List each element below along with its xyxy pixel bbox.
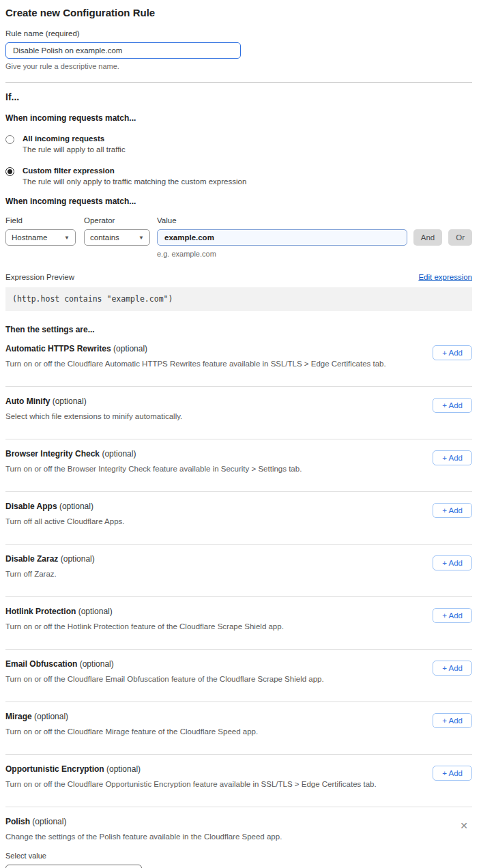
page-title: Create new Configuration Rule	[5, 7, 472, 18]
section-divider	[5, 82, 472, 83]
rule-name-input[interactable]	[5, 42, 241, 59]
setting-description: Turn on or off the Cloudflare Automatic …	[5, 360, 386, 368]
then-settings-heading: Then the settings are...	[5, 325, 472, 334]
setting-row: Disable Zaraz (optional) Turn off Zaraz.…	[5, 545, 472, 597]
setting-optional-tag: (optional)	[59, 502, 93, 511]
or-button[interactable]: Or	[448, 229, 472, 246]
setting-optional-tag: (optional)	[113, 344, 147, 353]
setting-optional-tag: (optional)	[106, 764, 141, 774]
setting-description: Change the settings of the Polish featur…	[5, 833, 282, 841]
add-button[interactable]: + Add	[433, 608, 472, 623]
setting-name: Opportunistic Encryption	[5, 764, 104, 774]
setting-value-select[interactable]: Off ▼	[5, 865, 142, 868]
rule-name-helper: Give your rule a descriptive name.	[5, 62, 472, 70]
setting-row: Hotlink Protection (optional) Turn on or…	[5, 597, 472, 650]
operator-select-value: contains	[90, 233, 119, 242]
expression-builder-row: Field Hostname ▼ Operator contains ▼ Val…	[5, 216, 472, 258]
chevron-down-icon: ▼	[64, 235, 70, 241]
expression-builder-heading: When incoming requests match...	[5, 197, 472, 206]
value-label: Value	[157, 216, 407, 225]
setting-row: Email Obfuscation (optional) Turn on or …	[5, 650, 472, 702]
and-button[interactable]: And	[413, 229, 442, 246]
close-icon[interactable]: ✕	[460, 821, 468, 830]
radio-button-icon[interactable]	[5, 167, 14, 176]
setting-description: Turn off all active Cloudflare Apps.	[5, 517, 125, 525]
setting-name: Hotlink Protection	[5, 607, 76, 616]
setting-optional-tag: (optional)	[80, 659, 114, 669]
setting-row: Polish (optional) Change the settings of…	[5, 807, 472, 868]
setting-description: Select which file extensions to minify a…	[5, 412, 182, 420]
value-input[interactable]	[157, 229, 407, 246]
setting-name: Disable Zaraz	[5, 554, 58, 564]
expression-preview-code: (http.host contains "example.com")	[5, 287, 472, 311]
add-button[interactable]: + Add	[433, 713, 472, 728]
field-select[interactable]: Hostname ▼	[5, 229, 76, 246]
setting-name: Browser Integrity Check	[5, 449, 100, 459]
setting-optional-tag: (optional)	[53, 396, 87, 406]
field-select-value: Hostname	[12, 233, 47, 242]
setting-description: Turn on or off the Cloudflare Opportunis…	[5, 780, 377, 788]
add-button[interactable]: + Add	[433, 766, 472, 781]
setting-description: Turn off Zaraz.	[5, 570, 95, 578]
edit-expression-link[interactable]: Edit expression	[418, 273, 472, 281]
setting-name: Polish	[5, 817, 30, 826]
add-button[interactable]: + Add	[433, 345, 472, 360]
setting-name: Mirage	[5, 712, 32, 721]
setting-optional-tag: (optional)	[32, 817, 66, 826]
radio-label: Custom filter expression	[23, 167, 246, 175]
setting-row: Browser Integrity Check (optional) Turn …	[5, 439, 472, 492]
setting-description: Turn on or off the Cloudflare Email Obfu…	[5, 675, 324, 683]
setting-optional-tag: (optional)	[78, 607, 113, 616]
setting-name: Auto Minify	[5, 396, 50, 406]
value-helper: e.g. example.com	[157, 250, 407, 258]
setting-row: Auto Minify (optional) Select which file…	[5, 387, 472, 439]
field-label: Field	[5, 216, 76, 225]
expression-preview-header: Expression Preview Edit expression	[5, 273, 472, 281]
setting-row: Disable Apps (optional) Turn off all act…	[5, 492, 472, 545]
add-button[interactable]: + Add	[433, 503, 472, 518]
incoming-requests-heading: When incoming requests match...	[5, 113, 472, 123]
setting-description: Turn on or off the Cloudflare Mirage fea…	[5, 727, 258, 736]
add-button[interactable]: + Add	[433, 450, 472, 465]
setting-name: Disable Apps	[5, 502, 57, 511]
radio-description: The rule will only apply to traffic matc…	[23, 177, 246, 186]
radio-button-icon[interactable]	[5, 135, 14, 144]
setting-description: Turn on or off the Hotlink Protection fe…	[5, 622, 284, 631]
radio-custom-filter-expression[interactable]: Custom filter expression The rule will o…	[5, 167, 472, 186]
add-button[interactable]: + Add	[433, 398, 472, 413]
expression-preview-label: Expression Preview	[5, 273, 74, 281]
chevron-down-icon: ▼	[139, 235, 144, 241]
setting-description: Turn on or off the Browser Integrity Che…	[5, 465, 302, 473]
radio-label: All incoming requests	[23, 134, 126, 143]
add-button[interactable]: + Add	[433, 661, 472, 676]
setting-row: Automatic HTTPS Rewrites (optional) Turn…	[5, 334, 472, 387]
radio-all-incoming-requests[interactable]: All incoming requests The rule will appl…	[5, 134, 472, 154]
setting-row: Mirage (optional) Turn on or off the Clo…	[5, 702, 472, 755]
setting-name: Email Obfuscation	[5, 659, 77, 669]
setting-optional-tag: (optional)	[61, 554, 95, 564]
radio-description: The rule will apply to all traffic	[23, 145, 126, 154]
setting-optional-tag: (optional)	[34, 712, 68, 721]
rule-name-label: Rule name (required)	[5, 29, 472, 38]
setting-optional-tag: (optional)	[102, 449, 136, 459]
settings-list: Automatic HTTPS Rewrites (optional) Turn…	[5, 334, 472, 868]
setting-value-block: Select value Off ▼	[5, 852, 282, 868]
configuration-rule-form: Create new Configuration Rule Rule name …	[0, 0, 481, 868]
operator-label: Operator	[84, 216, 150, 225]
operator-select[interactable]: contains ▼	[84, 229, 150, 246]
if-heading: If...	[5, 91, 472, 102]
select-value-label: Select value	[5, 852, 282, 860]
setting-name: Automatic HTTPS Rewrites	[5, 344, 111, 353]
add-button[interactable]: + Add	[433, 555, 472, 570]
setting-row: Opportunistic Encryption (optional) Turn…	[5, 755, 472, 807]
